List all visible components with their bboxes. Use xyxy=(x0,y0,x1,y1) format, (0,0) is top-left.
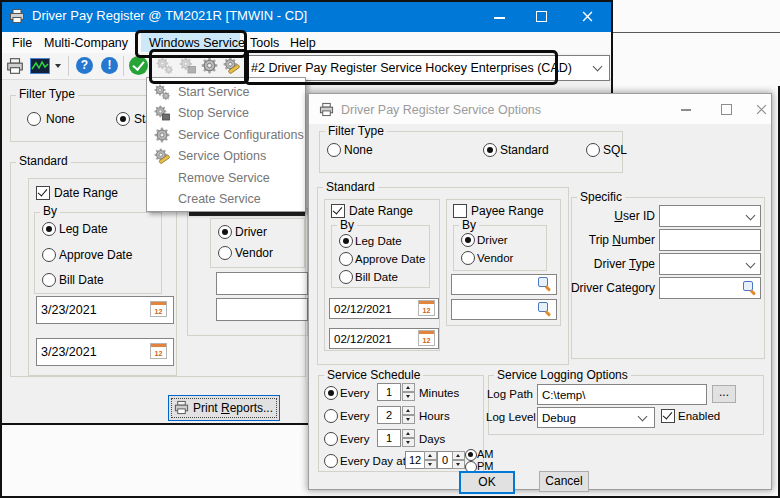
main-payee-to-field[interactable] xyxy=(216,298,308,321)
calendar-icon[interactable]: 12 xyxy=(150,343,167,359)
schedule-radio-hours[interactable] xyxy=(324,409,338,423)
hour-spinner[interactable] xyxy=(424,451,437,469)
dialog-radio-approve-date[interactable] xyxy=(339,252,353,266)
minutes-spinner[interactable] xyxy=(402,383,415,401)
menu-tools[interactable]: Tools xyxy=(250,36,279,50)
maximize-button[interactable] xyxy=(536,11,547,22)
dialog-radio-vendor[interactable] xyxy=(461,251,475,265)
trip-number-field[interactable] xyxy=(659,229,761,251)
spin-up-icon[interactable] xyxy=(424,451,437,460)
menu-item-create-service[interactable]: Create Service xyxy=(147,189,305,211)
hour-value[interactable]: 12 xyxy=(405,451,425,469)
spin-up-icon[interactable] xyxy=(402,383,415,392)
screenshot-root: Driver Pay Register @ TM2021R [TMWIN - C… xyxy=(0,0,780,498)
dialog-payee-range-label: Payee Range xyxy=(471,204,544,218)
minute-spinner[interactable] xyxy=(452,451,465,469)
main-radio-approve-date[interactable] xyxy=(42,248,56,262)
stop-service-gear-icon[interactable] xyxy=(179,57,196,74)
close-button[interactable] xyxy=(582,11,593,22)
spin-down-icon[interactable] xyxy=(424,460,437,469)
days-spinner[interactable] xyxy=(402,429,415,447)
minutes-value[interactable]: 1 xyxy=(377,383,401,401)
menu-multi-company[interactable]: Multi-Company xyxy=(44,36,128,50)
dialog-close-button[interactable] xyxy=(756,104,767,115)
main-radio-vendor[interactable] xyxy=(218,246,232,260)
dialog-minimize-button[interactable] xyxy=(681,109,691,111)
dialog-radio-driver[interactable] xyxy=(461,233,475,247)
ok-button[interactable]: OK xyxy=(459,471,515,494)
print-icon[interactable] xyxy=(6,57,24,75)
main-date-range-checkbox[interactable] xyxy=(36,186,50,200)
radio-am[interactable] xyxy=(465,449,477,461)
background-edge-line xyxy=(613,32,780,33)
dialog-radio-none[interactable] xyxy=(327,143,341,157)
calendar-icon[interactable]: 12 xyxy=(418,300,435,316)
monitor-dropdown-arrow-icon[interactable] xyxy=(55,64,61,68)
help-icon[interactable]: ? xyxy=(76,57,93,74)
enabled-checkbox[interactable] xyxy=(661,409,675,423)
schedule-radio-daily[interactable] xyxy=(324,454,338,468)
menu-help[interactable]: Help xyxy=(290,36,316,50)
minimize-button[interactable] xyxy=(494,17,505,19)
menu-file[interactable]: File xyxy=(12,36,32,50)
service-configurations-gear-icon[interactable] xyxy=(201,57,218,74)
menu-item-service-configurations[interactable]: Service Configurations xyxy=(147,124,305,146)
log-level-combo[interactable]: Debug xyxy=(537,407,655,428)
log-path-field[interactable]: C:\temp\ xyxy=(537,384,707,405)
calendar-icon[interactable]: 12 xyxy=(150,301,167,317)
menu-item-stop-service[interactable]: Stop Service xyxy=(147,103,305,125)
spin-up-icon[interactable] xyxy=(402,406,415,415)
main-radio-standard[interactable] xyxy=(116,112,130,126)
dialog-printer-icon xyxy=(319,102,334,117)
check-status-icon[interactable] xyxy=(129,56,148,75)
spin-up-icon[interactable] xyxy=(452,451,465,460)
spin-down-icon[interactable] xyxy=(452,460,465,469)
days-value[interactable]: 1 xyxy=(377,429,401,447)
browse-button[interactable]: ... xyxy=(712,385,736,403)
spin-down-icon[interactable] xyxy=(402,415,415,424)
calendar-icon[interactable]: 12 xyxy=(418,330,435,346)
monitor-icon[interactable] xyxy=(30,58,50,74)
spin-down-icon[interactable] xyxy=(402,392,415,401)
spin-down-icon[interactable] xyxy=(402,438,415,447)
hours-spinner[interactable] xyxy=(402,406,415,424)
main-radio-driver[interactable] xyxy=(218,225,232,239)
about-icon[interactable]: ! xyxy=(101,57,118,74)
service-options-gear-icon[interactable] xyxy=(223,57,240,74)
schedule-radio-days[interactable] xyxy=(324,432,338,446)
minute-value[interactable]: 0 xyxy=(437,451,453,469)
dialog-filter-type-label: Filter Type xyxy=(325,125,387,138)
main-radio-none[interactable] xyxy=(27,112,41,126)
main-window-title: Driver Pay Register @ TM2021R [TMWIN - C… xyxy=(32,9,307,23)
menu-item-service-options[interactable]: Service Options xyxy=(147,146,305,168)
main-radio-leg-date[interactable] xyxy=(42,222,56,236)
menu-item-start-service[interactable]: Start Service xyxy=(147,81,305,103)
main-standard-label: Standard xyxy=(16,155,71,168)
search-icon[interactable] xyxy=(537,276,552,290)
calendar-day-number: 12 xyxy=(151,349,166,358)
dialog-radio-standard[interactable] xyxy=(483,143,497,157)
dialog-radio-bill-date[interactable] xyxy=(339,270,353,284)
print-reports-label: Print Reports... xyxy=(193,401,273,415)
cancel-button[interactable]: Cancel xyxy=(539,471,589,492)
dialog-date-range-checkbox[interactable] xyxy=(331,204,345,218)
spin-up-icon[interactable] xyxy=(402,429,415,438)
search-icon[interactable] xyxy=(742,280,757,294)
search-icon[interactable] xyxy=(537,301,552,315)
menu-windows-service[interactable]: Windows Service xyxy=(149,36,245,50)
start-service-gear-icon[interactable] xyxy=(156,57,173,74)
dialog-radio-vendor-label: Vendor xyxy=(477,251,513,265)
main-by-label: By xyxy=(40,205,60,218)
print-reports-button[interactable]: Print Reports... xyxy=(168,395,280,421)
driver-type-label: Driver Type xyxy=(563,257,655,271)
dialog-radio-leg-date[interactable] xyxy=(339,234,353,248)
dialog-payee-range-checkbox[interactable] xyxy=(453,204,467,218)
calendar-day-number: 12 xyxy=(419,306,434,315)
hours-value[interactable]: 2 xyxy=(377,406,401,424)
menu-item-remove-service[interactable]: Remove Service xyxy=(147,167,305,189)
dialog-radio-sql[interactable] xyxy=(586,143,600,157)
dialog-maximize-button[interactable] xyxy=(721,104,732,115)
main-radio-bill-date[interactable] xyxy=(42,273,56,287)
main-payee-from-field[interactable] xyxy=(216,272,308,295)
schedule-radio-minutes[interactable] xyxy=(324,386,338,400)
